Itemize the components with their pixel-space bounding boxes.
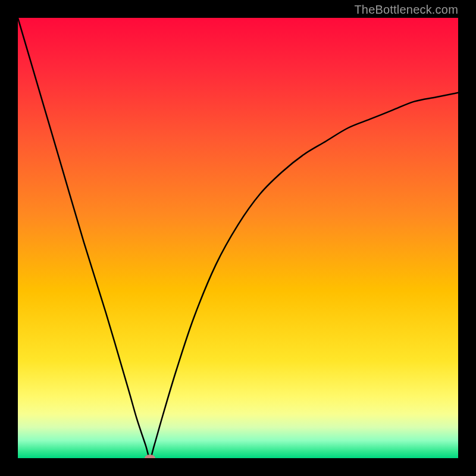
- chart-frame: TheBottleneck.com: [0, 0, 476, 476]
- watermark-text: TheBottleneck.com: [354, 3, 458, 17]
- curve-layer: [18, 18, 458, 458]
- bottleneck-curve: [18, 18, 458, 458]
- minimum-marker: [145, 455, 155, 458]
- plot-area: [18, 18, 458, 458]
